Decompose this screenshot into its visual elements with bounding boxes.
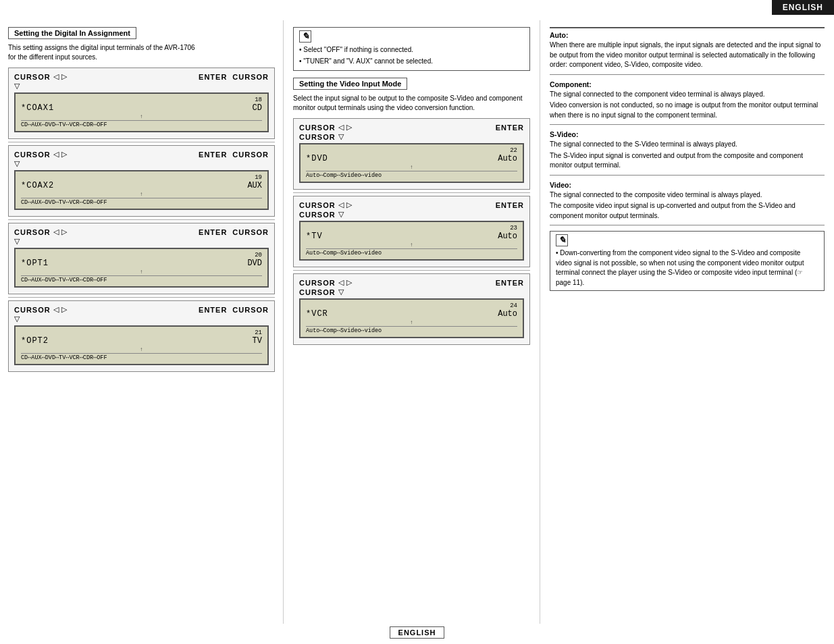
cursor-right-1: CURSOR	[232, 73, 269, 81]
right-auto-section: Auto: When there are multiple input sign…	[550, 27, 825, 70]
auto-text: When there are multiple input signals, t…	[550, 41, 825, 70]
svideo-text2: The S-Video input signal is converted an…	[550, 151, 825, 171]
down-arrow-2: ▽	[14, 159, 20, 168]
lcd-3: 20 *OPT1 DVD ↑ CD↔AUX↔DVD↔TV↔VCR↔CDR↔OFF	[14, 248, 269, 288]
mid-cursor-down-arrow-3: ▽	[338, 288, 344, 296]
mid-enter-3[interactable]: ENTER	[496, 279, 524, 287]
note-icon-mid: ✎	[299, 30, 311, 43]
left-section-header: Setting the Digital In Assignment	[8, 27, 136, 39]
svideo-title: S-Video:	[550, 130, 825, 138]
left-panel-3: CURSOR ◁ ▷ ENTER CURSOR ▽ 20 *OPT1 DVD ↑…	[8, 223, 275, 294]
video-text2: The composite video input signal is up-c…	[550, 201, 825, 221]
down-arrow-3: ▽	[14, 237, 20, 246]
mid-cursor-down-label-1: CURSOR	[299, 133, 336, 141]
cursor-right-3: CURSOR	[232, 228, 269, 236]
enter-btn-4[interactable]: ENTER	[199, 306, 227, 314]
video-title: Video:	[550, 181, 825, 189]
cursor-label-3: CURSOR	[14, 228, 51, 236]
mid-enter-1[interactable]: ENTER	[496, 124, 524, 132]
right-note-text: • Down-converting from the component vid…	[556, 248, 818, 288]
cursor-label-1: CURSOR	[14, 73, 51, 81]
mid-note-box: ✎ Select "OFF" if nothing is connected. …	[293, 27, 530, 71]
right-svideo-section: S-Video: The signal connected to the S-V…	[550, 128, 825, 171]
note-item-1: Select "OFF" if nothing is connected.	[299, 45, 524, 55]
mid-panel-1: CURSOR ◁ ▷ ENTER CURSOR ▽ 22 *DVD Auto ↑…	[293, 118, 530, 190]
mid-cursor-top-1: CURSOR	[299, 124, 336, 132]
left-panel-1: CURSOR ◁ ▷ ENTER CURSOR ▽ 18 *COAX1 CD ↑…	[8, 68, 275, 139]
mid-left-arrow-3[interactable]: ◁	[338, 278, 344, 287]
bottom-english-label: ENGLISH	[390, 626, 445, 639]
mid-right-arrow-2[interactable]: ▷	[346, 200, 352, 209]
enter-btn-3[interactable]: ENTER	[199, 228, 227, 236]
mid-panel-3: CURSOR ◁ ▷ ENTER CURSOR ▽ 24 *VCR Auto ↑…	[293, 273, 530, 345]
cursor-right-2: CURSOR	[232, 151, 269, 159]
left-arrow-4[interactable]: ◁	[53, 305, 59, 314]
left-panel-4: CURSOR ◁ ▷ ENTER CURSOR ▽ 21 *OPT2 TV ↑ …	[8, 300, 275, 372]
component-text2: Video conversion is not conducted, so no…	[550, 101, 825, 120]
mid-cursor-down-label-2: CURSOR	[299, 211, 336, 219]
cursor-label-2: CURSOR	[14, 151, 51, 159]
cursor-right-4: CURSOR	[232, 306, 269, 314]
mid-lcd-1: 22 *DVD Auto ↑ Auto↔Comp↔Svideo↔video	[299, 143, 524, 183]
mid-left-arrow-1[interactable]: ◁	[338, 123, 344, 132]
mid-right-arrow-3[interactable]: ▷	[346, 278, 352, 287]
mid-cursor-top-2: CURSOR	[299, 201, 336, 209]
mid-cursor-top-3: CURSOR	[299, 279, 336, 287]
right-note-box: ✎ • Down-converting from the component v…	[550, 231, 825, 291]
left-arrow-2[interactable]: ◁	[53, 150, 59, 159]
right-arrow-2[interactable]: ▷	[61, 150, 67, 159]
left-section-intro: This setting assigns the digital input t…	[8, 43, 275, 62]
cursor-label-4: CURSOR	[14, 306, 51, 314]
mid-cursor-down-arrow-2: ▽	[338, 210, 344, 219]
mid-cursor-down-arrow-1: ▽	[338, 132, 344, 141]
english-banner: ENGLISH	[772, 0, 834, 15]
left-panel-2: CURSOR ◁ ▷ ENTER CURSOR ▽ 19 *COAX2 AUX …	[8, 145, 275, 217]
component-title: Component:	[550, 80, 825, 88]
right-arrow-3[interactable]: ▷	[61, 227, 67, 236]
mid-lcd-3: 24 *VCR Auto ↑ Auto↔Comp↔Svideo↔video	[299, 298, 524, 338]
down-arrow-1: ▽	[14, 82, 20, 90]
mid-panel-2: CURSOR ◁ ▷ ENTER CURSOR ▽ 23 *TV Auto ↑ …	[293, 196, 530, 267]
mid-section-header: Setting the Video Input Mode	[293, 78, 407, 90]
lcd-2: 19 *COAX2 AUX ↑ CD↔AUX↔DVD↔TV↔VCR↔CDR↔OF…	[14, 170, 269, 210]
mid-lcd-2: 23 *TV Auto ↑ Auto↔Comp↔Svideo↔video	[299, 221, 524, 261]
note-icon-right: ✎	[556, 234, 568, 246]
left-arrow-3[interactable]: ◁	[53, 227, 59, 236]
left-arrow-1[interactable]: ◁	[53, 72, 59, 81]
component-text1: The signal connected to the component vi…	[550, 90, 825, 100]
right-arrow-1[interactable]: ▷	[61, 72, 67, 81]
mid-enter-2[interactable]: ENTER	[496, 201, 524, 209]
right-component-section: Component: The signal connected to the c…	[550, 78, 825, 121]
right-video-section: Video: The signal connected to the compo…	[550, 178, 825, 221]
mid-section-intro: Select the input signal to be output to …	[293, 94, 530, 113]
right-arrow-4[interactable]: ▷	[61, 305, 67, 314]
down-arrow-4: ▽	[14, 315, 20, 323]
svideo-text1: The signal connected to the S-Video term…	[550, 140, 825, 150]
mid-right-arrow-1[interactable]: ▷	[346, 123, 352, 132]
video-text1: The signal connected to the composite vi…	[550, 190, 825, 200]
lcd-1: 18 *COAX1 CD ↑ CD↔AUX↔DVD↔TV↔VCR↔CDR↔OFF	[14, 92, 269, 132]
auto-title: Auto:	[550, 31, 825, 39]
enter-btn-1[interactable]: ENTER	[199, 73, 227, 81]
enter-btn-2[interactable]: ENTER	[199, 151, 227, 159]
mid-cursor-down-label-3: CURSOR	[299, 288, 336, 296]
lcd-4: 21 *OPT2 TV ↑ CD↔AUX↔DVD↔TV↔VCR↔CDR↔OFF	[14, 325, 269, 365]
mid-left-arrow-2[interactable]: ◁	[338, 200, 344, 209]
note-item-2: "TUNER" and "V. AUX" cannot be selected.	[299, 56, 524, 66]
